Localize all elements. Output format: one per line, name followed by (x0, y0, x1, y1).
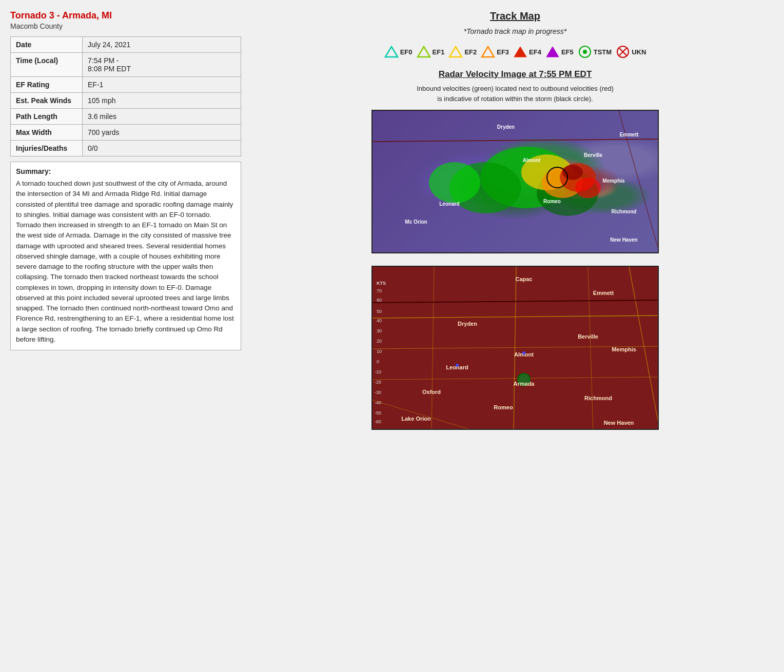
table-label: Injuries/Deaths (11, 141, 83, 156)
legend-ef3: EF3 (481, 45, 509, 59)
svg-marker-2 (449, 47, 462, 57)
ef3-icon (481, 45, 495, 59)
legend-tstm: TSTM (578, 45, 612, 59)
table-value: EF-1 (83, 77, 241, 93)
svg-text:Richmond: Richmond (612, 209, 637, 214)
legend-ef0: EF0 (384, 45, 413, 59)
table-value: July 24, 2021 (83, 37, 241, 53)
svg-text:20: 20 (377, 339, 382, 344)
table-row: EF RatingEF-1 (11, 77, 241, 93)
tstm-label: TSTM (594, 48, 612, 56)
svg-text:50: 50 (377, 309, 382, 314)
table-row: DateJuly 24, 2021 (11, 37, 241, 53)
svg-marker-5 (546, 47, 559, 57)
svg-marker-4 (514, 47, 526, 57)
track-map-svg: KTS 70 60 50 40 30 20 10 0 -10 -20 -30 -… (373, 267, 659, 430)
table-value: 0/0 (83, 141, 241, 156)
summary-box: Summary: A tornado touched down just sou… (10, 162, 241, 350)
legend-ef1: EF1 (417, 45, 445, 59)
ef5-icon (545, 45, 560, 59)
svg-text:New Haven: New Haven (604, 420, 634, 426)
svg-text:Romeo: Romeo (543, 199, 561, 204)
legend-ef5: EF5 (545, 45, 574, 59)
svg-text:Oxford: Oxford (422, 389, 441, 395)
svg-text:Almont: Almont (523, 157, 541, 163)
radar-svg: Dryden Almont Romeo Emmett Berville Memp… (373, 111, 659, 253)
county-name: Macomb County (10, 22, 241, 30)
svg-text:New Haven: New Haven (610, 237, 637, 243)
svg-text:60: 60 (377, 298, 382, 303)
radar-image-box: Dryden Almont Romeo Emmett Berville Memp… (371, 110, 659, 253)
svg-point-73 (522, 351, 525, 354)
table-row: Injuries/Deaths0/0 (11, 141, 241, 156)
svg-text:70: 70 (377, 288, 382, 293)
track-map-title: Track Map (490, 10, 540, 22)
svg-text:Memphis: Memphis (602, 178, 625, 184)
ef5-label: EF5 (561, 48, 574, 56)
radar-title: Radar Velocity Image at 7:55 PM EDT (439, 69, 592, 80)
svg-text:10: 10 (377, 349, 382, 354)
table-label: Path Length (11, 109, 83, 125)
table-label: Date (11, 37, 83, 53)
table-label: Max Width (11, 125, 83, 141)
table-label: EF Rating (11, 77, 83, 93)
svg-text:KTS: KTS (377, 281, 386, 286)
svg-text:-40: -40 (375, 400, 381, 405)
svg-marker-1 (418, 47, 430, 57)
ef3-label: EF3 (497, 48, 509, 56)
svg-point-19 (575, 177, 601, 198)
svg-point-20 (562, 165, 583, 180)
svg-text:Emmett: Emmett (593, 290, 614, 296)
legend-ukn: UKN (616, 45, 646, 59)
svg-text:Dryden: Dryden (497, 124, 515, 130)
table-label: Time (Local) (11, 53, 83, 77)
table-value: 3.6 miles (83, 109, 241, 125)
left-panel: Tornado 3 - Armada, MI Macomb County Dat… (10, 10, 241, 430)
svg-text:0: 0 (377, 359, 379, 364)
summary-label: Summary: (16, 167, 236, 175)
in-progress-text: *Tornado track map in progress* (464, 27, 566, 35)
info-table: DateJuly 24, 2021Time (Local)7:54 PM - 8… (10, 36, 241, 156)
ukn-label: UKN (632, 48, 646, 56)
tstm-icon (578, 45, 592, 59)
svg-text:Mc Orion: Mc Orion (405, 219, 427, 225)
ef4-icon (513, 45, 527, 59)
table-value: 7:54 PM - 8:08 PM EDT (83, 53, 241, 77)
svg-text:Memphis: Memphis (612, 346, 636, 352)
table-row: Est. Peak Winds105 mph (11, 93, 241, 109)
svg-text:-20: -20 (375, 380, 381, 385)
svg-text:Dryden: Dryden (458, 321, 477, 327)
table-row: Max Width700 yards (11, 125, 241, 141)
ef2-label: EF2 (464, 48, 477, 56)
svg-text:-50: -50 (375, 410, 381, 416)
svg-text:Lake Orion: Lake Orion (401, 416, 431, 422)
table-label: Est. Peak Winds (11, 93, 83, 109)
svg-text:Emmett: Emmett (620, 132, 639, 137)
svg-text:Berville: Berville (578, 333, 598, 340)
svg-text:30: 30 (377, 328, 382, 333)
svg-point-74 (456, 364, 459, 367)
page-container: Tornado 3 - Armada, MI Macomb County Dat… (10, 10, 774, 430)
ukn-icon (616, 45, 630, 59)
svg-text:40: 40 (377, 318, 382, 323)
svg-marker-3 (482, 47, 494, 57)
table-value: 105 mph (83, 93, 241, 109)
ef4-label: EF4 (529, 48, 541, 56)
radar-desc: Inbound velocities (green) located next … (417, 84, 614, 104)
summary-text: A tornado touched down just southwest of… (16, 179, 236, 345)
table-value: 700 yards (83, 125, 241, 141)
table-row: Path Length3.6 miles (11, 109, 241, 125)
legend-ef2: EF2 (448, 45, 477, 59)
svg-text:Richmond: Richmond (584, 395, 612, 401)
table-row: Time (Local)7:54 PM - 8:08 PM EDT (11, 53, 241, 77)
svg-text:Berville: Berville (584, 152, 603, 158)
svg-text:-10: -10 (375, 369, 381, 374)
svg-point-14 (429, 162, 480, 203)
right-panel: Track Map *Tornado track map in progress… (257, 10, 774, 430)
svg-text:-60: -60 (375, 419, 381, 424)
svg-text:-30: -30 (375, 390, 381, 395)
track-map-box: KTS 70 60 50 40 30 20 10 0 -10 -20 -30 -… (371, 266, 659, 430)
svg-text:Romeo: Romeo (494, 404, 513, 410)
legend-row: EF0 EF1 EF2 EF3 (384, 45, 646, 59)
svg-text:Leonard: Leonard (439, 201, 459, 207)
